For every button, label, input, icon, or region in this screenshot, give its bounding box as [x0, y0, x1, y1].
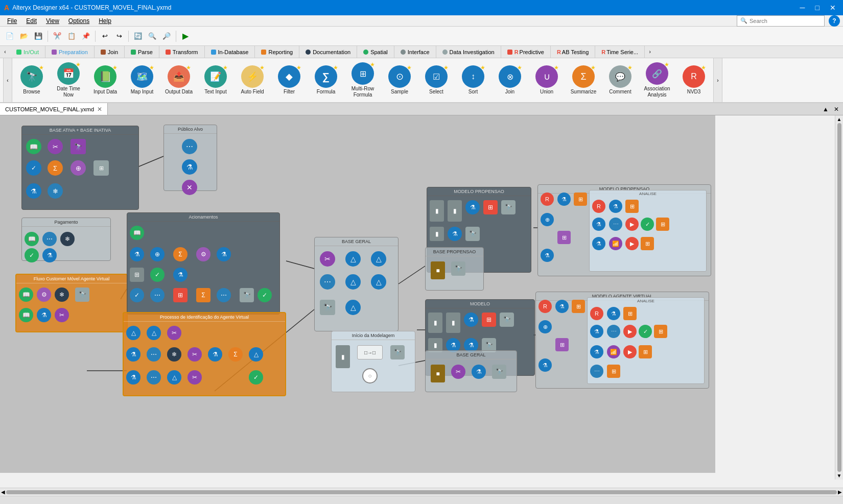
node-dots-1[interactable]: ⋯ — [182, 139, 197, 154]
node-x-1[interactable]: ✕ — [182, 180, 197, 195]
node-bars-mp3[interactable]: ▮ — [430, 227, 444, 241]
node-flask-1[interactable]: ⚗ — [26, 183, 41, 199]
workflow-canvas[interactable]: BASE ATIVA + BASE INATIVA 📖 ✂ 🔭 ✓ Σ ⊕ ⊞ … — [0, 115, 715, 473]
scroll-thumb-v[interactable] — [837, 123, 841, 472]
node-flask-pi2[interactable]: ⚗ — [208, 347, 222, 362]
node-bars-mp[interactable]: ▮ — [430, 200, 444, 222]
node-book-3[interactable]: 📖 — [19, 308, 33, 322]
tool-datetime-now[interactable]: 📅 ★ Date Time Now — [51, 61, 86, 100]
node-binoc-mp2[interactable]: 🔭 — [465, 227, 480, 241]
node-check-an[interactable]: ✓ — [641, 218, 654, 231]
menu-view[interactable]: View — [42, 16, 63, 26]
tool-browse[interactable]: 🔭 ★ Browse — [14, 64, 49, 97]
node-book-2[interactable]: 📖 — [19, 287, 33, 302]
node-grid-av3[interactable]: ⊞ — [639, 345, 652, 358]
tool-map-input[interactable]: 🗺️ ★ Map Input — [125, 64, 159, 97]
cat-tab-timeseries[interactable]: RTime Serie... — [595, 46, 645, 58]
node-flask-ac[interactable]: ⚗ — [130, 247, 144, 261]
search-input[interactable] — [750, 18, 821, 24]
node-check-ac3[interactable]: ✓ — [257, 288, 272, 302]
node-bars-mp2[interactable]: ▮ — [448, 200, 462, 222]
node-tri-1[interactable]: △ — [126, 326, 140, 340]
node-run-an2[interactable]: ▶ — [625, 237, 639, 250]
node-scissors-pi[interactable]: ✂ — [188, 347, 202, 362]
node-dots-av2[interactable]: ⋯ — [590, 365, 603, 378]
node-book-ac1[interactable]: 📖 — [130, 226, 144, 240]
new-button[interactable]: 📄 — [3, 30, 16, 43]
node-flask-av-outer[interactable]: ⚗ — [555, 300, 569, 313]
cat-tab-documentation[interactable]: Documentation — [299, 46, 357, 58]
node-browse-1[interactable]: 📖 — [26, 139, 41, 154]
node-run-an[interactable]: ▶ — [625, 218, 639, 231]
paste-button[interactable]: 📌 — [79, 30, 92, 43]
node-check-ac[interactable]: ✓ — [130, 288, 144, 302]
cat-tab-abtesting[interactable]: RAB Testing — [551, 46, 595, 58]
node-move-av-outer[interactable]: ⊞ — [555, 338, 569, 351]
node-grid-outer[interactable]: ⊞ — [574, 193, 587, 206]
node-binoc-bp[interactable]: 🔭 — [451, 261, 465, 276]
cat-nav-right[interactable]: › — [645, 46, 655, 58]
node-flask-mp2[interactable]: ⚗ — [448, 227, 462, 241]
node-grid-av2[interactable]: ⊞ — [654, 325, 667, 338]
node-scissors-3[interactable]: ✂ — [167, 326, 181, 340]
menu-options[interactable]: Options — [64, 16, 93, 26]
close-button[interactable]: ✕ — [827, 3, 839, 13]
vertical-scrollbar[interactable]: ▲ ▼ — [835, 115, 843, 479]
tool-join[interactable]: ⊗ ★ Join — [493, 64, 527, 97]
tool-comment[interactable]: 💬 ★ Comment — [603, 64, 638, 97]
node-run-av[interactable]: ▶ — [623, 325, 637, 338]
node-signal-an[interactable]: 📶 — [609, 237, 622, 250]
node-binoc-bgb[interactable]: 🔭 — [492, 365, 506, 379]
copy-button[interactable]: 📋 — [65, 30, 78, 43]
node-binoc-mo[interactable]: 🔭 — [500, 313, 514, 327]
node-sigma-ac[interactable]: Σ — [173, 247, 188, 261]
node-select-1[interactable]: ⊞ — [93, 160, 109, 176]
tool-input-data[interactable]: 📗 ★ Input Data — [88, 64, 123, 97]
node-flask-ac2[interactable]: ⚗ — [173, 268, 188, 282]
cat-tab-parse[interactable]: Parse — [125, 46, 159, 58]
zoom-in-button[interactable]: 🔍 — [146, 30, 159, 43]
file-tab-close-button[interactable]: ✕ — [97, 106, 102, 113]
node-sigma-1[interactable]: Σ — [48, 160, 63, 176]
node-scissors-2[interactable]: ✂ — [55, 308, 69, 322]
node-brown-bgb[interactable]: ■ — [431, 365, 445, 382]
tool-auto-field[interactable]: ⚡ ★ Auto Field — [235, 64, 270, 97]
node-grid-an[interactable]: ⊞ — [625, 200, 639, 213]
node-dots-2[interactable]: ⋯ — [42, 232, 57, 246]
node-tri-bg[interactable]: △ — [345, 251, 361, 267]
node-join-1[interactable]: ⊕ — [71, 160, 86, 176]
menu-file[interactable]: File — [3, 16, 21, 26]
tool-union[interactable]: ∪ ★ Union — [529, 64, 564, 97]
tool-formula[interactable]: ∑ ★ Formula — [309, 64, 343, 97]
scroll-up-btn[interactable]: ▲ — [837, 116, 842, 122]
open-button[interactable]: 📂 — [17, 30, 31, 43]
scroll-thumb-h[interactable] — [6, 490, 837, 494]
cat-nav-left[interactable]: ‹ — [0, 46, 10, 58]
cat-tab-interface[interactable]: Interface — [394, 46, 436, 58]
horizontal-scrollbar[interactable]: ◀ ▶ — [0, 488, 843, 496]
node-binoc-ac[interactable]: 🔭 — [240, 288, 254, 302]
node-binoculars-1[interactable]: 🔭 — [71, 139, 86, 154]
node-circle-im[interactable]: ○ — [362, 368, 378, 383]
cat-tab-spatial[interactable]: Spatial — [357, 46, 394, 58]
cat-tab-join[interactable]: Join — [95, 46, 125, 58]
scroll-right-btn[interactable]: ▶ — [838, 489, 842, 495]
node-tri-4[interactable]: △ — [167, 370, 181, 385]
node-binoc-bg[interactable]: 🔭 — [320, 300, 335, 315]
node-grid-av[interactable]: ⊞ — [623, 307, 637, 320]
tool-summarize[interactable]: Σ ★ Summarize — [566, 64, 601, 97]
ribbon-nav-left[interactable]: ‹ — [3, 58, 12, 103]
cat-tab-reporting[interactable]: Reporting — [255, 46, 299, 58]
node-move-outer[interactable]: ⊞ — [557, 231, 571, 244]
node-flask-pi[interactable]: ⚗ — [126, 347, 140, 362]
run-button[interactable]: ▶ — [179, 30, 192, 43]
node-grid-av-outer[interactable]: ⊞ — [572, 300, 585, 313]
tool-sort[interactable]: ↕ ★ Sort — [456, 64, 490, 97]
node-run-av2[interactable]: ▶ — [623, 345, 637, 358]
save-button[interactable]: 💾 — [32, 30, 45, 43]
undo-button[interactable]: ↩ — [98, 30, 111, 43]
node-flask-av2[interactable]: ⚗ — [590, 325, 603, 338]
node-flask-an2[interactable]: ⚗ — [592, 218, 605, 231]
tool-text-input[interactable]: 📝 ★ Text Input — [198, 64, 233, 97]
node-tri-bg3[interactable]: △ — [345, 274, 361, 290]
